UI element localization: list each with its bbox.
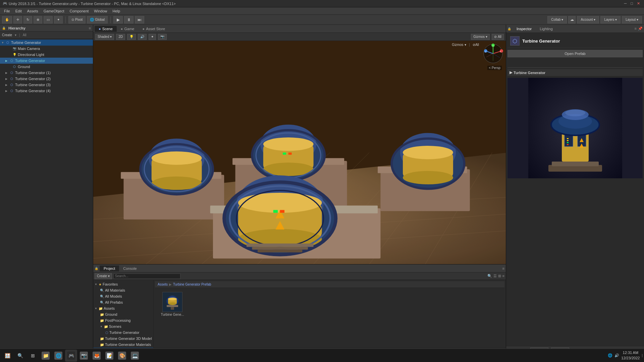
component-turbine: ▶ Turbine Generator — [507, 69, 643, 76]
hierarchy-item-light[interactable]: 💡 Directional Light — [0, 52, 93, 58]
pivot-btn[interactable]: ⊙ Pivot — [68, 16, 86, 23]
hierarchy-item-gen3[interactable]: ▶ ⬡ Turbine Generator (3) — [0, 82, 93, 88]
tree-all-materials[interactable]: 🔍 All Materials — [93, 287, 153, 293]
taskbar-taskview[interactable]: ⊞ — [27, 350, 39, 362]
hierarchy-create-btn[interactable]: Create — [2, 33, 12, 37]
breadcrumb-assets[interactable]: Assets — [158, 283, 168, 286]
more-icon[interactable]: ≡ — [502, 274, 504, 278]
show-desktop-btn[interactable]: | — [642, 354, 643, 357]
open-prefab-btn[interactable]: Open Prefab — [507, 50, 643, 57]
tab-project[interactable]: Project — [100, 265, 119, 272]
asset-turbine-prefab[interactable]: Turbine Gene... — [159, 292, 186, 316]
tool-move[interactable]: ✛ — [13, 16, 22, 23]
hierarchy-item-camera[interactable]: 📷 Main Camera — [0, 46, 93, 52]
scene-light-toggle[interactable]: 💡 — [127, 34, 136, 40]
shading-mode-dropdown[interactable]: Shaded ▾ — [95, 34, 114, 40]
menu-assets[interactable]: Assets — [24, 8, 41, 14]
breadcrumb-prefab-folder[interactable]: Turbine Generator Prefab — [173, 283, 211, 286]
scene-viewport[interactable]: X Y Z < Persp Gizmos ▾ — [93, 41, 506, 264]
taskbar-start[interactable]: 🪟 — [1, 350, 13, 362]
hierarchy-header: 🔒 Hierarchy ≡ — [0, 25, 93, 32]
scene-audio-toggle[interactable]: 🔊 — [138, 34, 147, 40]
menu-file[interactable]: File — [1, 8, 13, 14]
project-create-btn[interactable]: Create ▾ — [95, 273, 112, 279]
scene-fx-toggle[interactable]: ✦ — [149, 34, 156, 40]
hierarchy-item-turbine-parent[interactable]: ▶ ⬡ Turbine Generator — [0, 58, 93, 64]
menu-window[interactable]: Window — [91, 8, 110, 14]
hierarchy-item-gen4[interactable]: ▶ ⬡ Turbine Generator (4) — [0, 88, 93, 94]
maximize-btn[interactable]: □ — [631, 1, 633, 6]
play-btn[interactable]: ▶ — [113, 16, 123, 23]
tree-turbine-scene[interactable]: ⬡ Turbine Generator — [93, 329, 153, 336]
hierarchy-item-root[interactable]: ▼ ⬡ Turbine Generator — [0, 40, 93, 46]
tab-inspector[interactable]: Inspector — [513, 26, 536, 32]
tool-hand[interactable]: ✋ — [2, 16, 12, 23]
inspector-pin-icon[interactable]: 📌 — [638, 26, 643, 31]
taskbar-item4[interactable]: 🎨 — [116, 350, 128, 362]
tree-materials[interactable]: 📁 Turbine Generator Materials — [93, 342, 153, 348]
minimize-btn[interactable]: ─ — [624, 1, 627, 6]
tool-scale[interactable]: ⊕ — [34, 16, 42, 23]
filter-icon[interactable]: ☰ — [493, 274, 497, 278]
global-btn[interactable]: 🌐 Global — [87, 16, 108, 23]
taskbar-unity[interactable]: 🎮 — [65, 350, 77, 362]
layers-btn[interactable]: Layers ▾ — [600, 16, 621, 23]
svg-point-76 — [168, 302, 177, 305]
tree-postprocessing[interactable]: 📁 PostProcessing — [93, 317, 153, 323]
bottom-more-icon[interactable]: ≡ — [502, 266, 504, 270]
tree-3d-model[interactable]: 📁 Turbine Generator 3D Model — [93, 336, 153, 342]
tree-all-prefabs[interactable]: 🔍 All Prefabs — [93, 299, 153, 305]
tree-ground[interactable]: 📁 Ground — [93, 311, 153, 317]
tree-all-models[interactable]: 🔍 All Models — [93, 293, 153, 299]
tool-rotate[interactable]: ↻ — [23, 16, 32, 23]
hierarchy-item-ground[interactable]: ⬡ Ground — [0, 64, 93, 70]
2d-toggle[interactable]: 2D — [116, 34, 125, 40]
search-icon[interactable]: 🔍 — [487, 274, 492, 278]
tab-game[interactable]: ● Game — [117, 26, 139, 32]
taskbar-browser[interactable]: 🌐 — [52, 350, 64, 362]
taskbar-file-explorer[interactable]: 📁 — [40, 350, 52, 362]
layout-btn[interactable]: Layout ▾ — [622, 16, 642, 23]
hierarchy-lock-icon[interactable]: 🔒 — [2, 26, 6, 30]
inspector-lock-icon[interactable]: 🔒 — [507, 27, 511, 31]
collab-btn[interactable]: Collab ▾ — [547, 16, 567, 23]
project-search-input[interactable] — [113, 274, 180, 279]
center-area: ● Scene ● Game ● Asset Store Shaded ▾ 2D… — [93, 25, 506, 355]
taskbar-item3[interactable]: 📝 — [103, 350, 115, 362]
tab-scene[interactable]: ● Scene — [95, 26, 117, 32]
tree-assets[interactable]: ▼ 📁 Assets — [93, 305, 153, 311]
taskbar-search[interactable]: 🔍 — [14, 350, 26, 362]
hierarchy-item-gen1[interactable]: ▶ ⬡ Turbine Generator (1) — [0, 70, 93, 76]
pause-btn[interactable]: ⏸ — [124, 16, 133, 23]
tree-favorites[interactable]: ▼ ★ Favorites — [93, 281, 153, 287]
gizmos-btn[interactable]: Gizmos ▾ — [471, 34, 490, 40]
menu-edit[interactable]: Edit — [13, 8, 24, 14]
tree-scenes[interactable]: ▼ 📁 Scenes — [93, 323, 153, 329]
cloud-btn[interactable]: ☁ — [568, 16, 576, 23]
gizmo-widget[interactable]: X Y Z — [483, 44, 503, 64]
close-btn[interactable]: ✕ — [637, 1, 640, 6]
tool-rect[interactable]: ▭ — [44, 16, 53, 23]
taskbar-item5[interactable]: 💻 — [129, 350, 141, 362]
persp-label[interactable]: < Persp — [487, 66, 502, 70]
all-layers-btn[interactable]: ⊘ All — [492, 34, 504, 40]
menu-component[interactable]: Component — [67, 8, 91, 14]
gen4-icon: ⬡ — [9, 88, 14, 93]
view-icon[interactable]: ⊞ — [498, 274, 501, 278]
taskbar-item2[interactable]: 🦊 — [91, 350, 103, 362]
tab-lighting[interactable]: Lighting — [536, 26, 557, 32]
menu-gameobject[interactable]: GameObject — [41, 8, 67, 14]
tab-console[interactable]: Console — [119, 265, 141, 272]
inspector-more-icon[interactable]: ≡ — [635, 26, 637, 31]
hierarchy-item-gen2[interactable]: ▶ ⬡ Turbine Generator (2) — [0, 76, 93, 82]
taskbar-item1[interactable]: 📷 — [78, 350, 90, 362]
tool-multi[interactable]: ✦ — [54, 16, 63, 23]
hierarchy-panel: 🔒 Hierarchy ≡ Create ▾ | All ▼ ⬡ Turbine… — [0, 25, 93, 355]
tab-asset-store[interactable]: ● Asset Store — [138, 26, 169, 32]
hierarchy-more-icon[interactable]: ≡ — [89, 26, 91, 30]
step-btn[interactable]: ⏭ — [135, 16, 144, 23]
menu-help[interactable]: Help — [110, 8, 123, 14]
hierarchy-turbine-parent-label: Turbine Generator — [15, 59, 45, 63]
scene-camera-toggle[interactable]: 📷 — [158, 34, 167, 40]
account-btn[interactable]: Account ▾ — [577, 16, 599, 23]
